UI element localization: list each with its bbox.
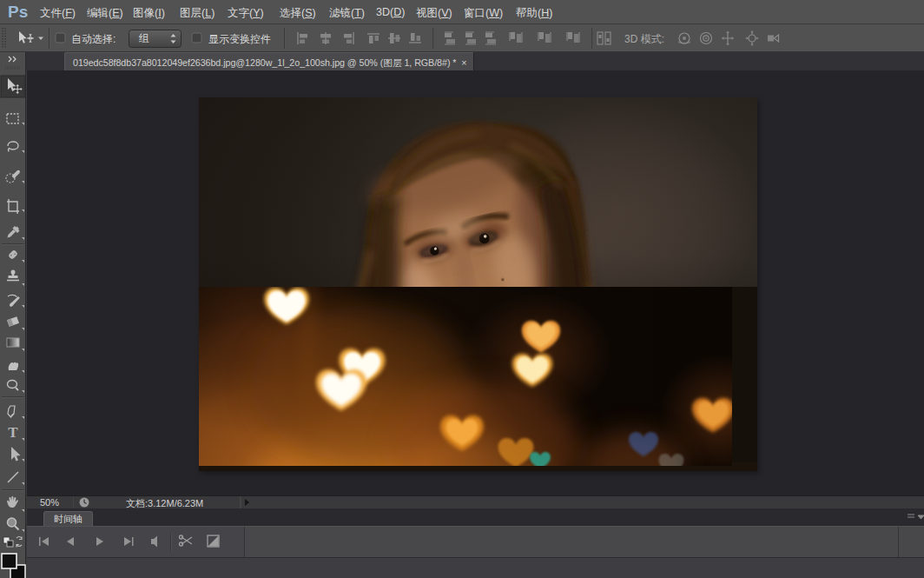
svg-text:T: T: [8, 424, 18, 441]
